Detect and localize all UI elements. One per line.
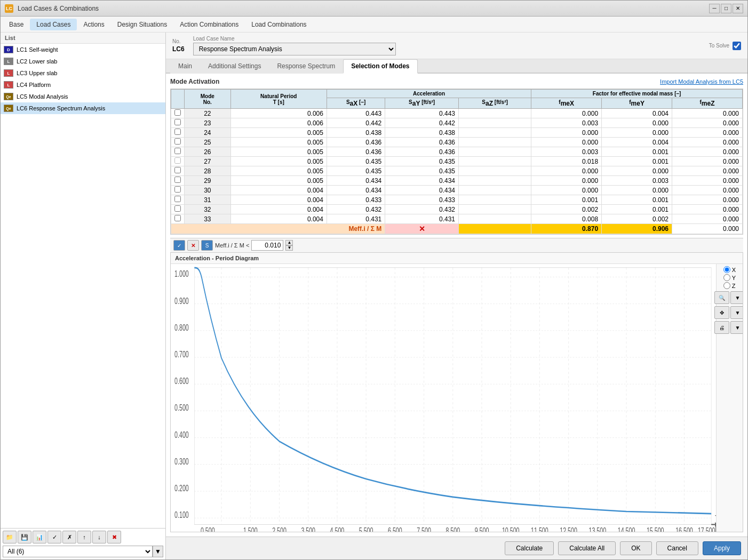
- row-check-7[interactable]: [174, 177, 181, 183]
- apply-button[interactable]: Apply: [703, 541, 741, 555]
- print-button[interactable]: 🖨: [714, 321, 729, 334]
- zoom-button[interactable]: 🔍: [714, 291, 729, 304]
- row-check-10[interactable]: [174, 205, 181, 212]
- filter-apply-button[interactable]: S: [201, 240, 213, 251]
- row-check-5[interactable]: [174, 157, 181, 164]
- lc-item-lc6[interactable]: Qe LC6 Response Spectrum Analysis: [1, 102, 165, 114]
- cell-check-1[interactable]: [171, 118, 185, 128]
- cell-fmex-6: 0.000: [531, 166, 602, 176]
- tab-response-spectrum[interactable]: Response Spectrum: [269, 59, 343, 74]
- chart-title: Acceleration - Period Diagram: [171, 253, 743, 264]
- move-button[interactable]: ✥: [714, 306, 729, 319]
- ok-button[interactable]: OK: [620, 541, 651, 555]
- x-label-15: 1.500: [243, 526, 258, 532]
- cell-saz-7: [458, 176, 531, 186]
- delete-button[interactable]: ✖: [107, 531, 121, 543]
- import-link[interactable]: Import Modal Analysis from LC5: [660, 78, 743, 85]
- load-case-name-select[interactable]: Response Spectrum Analysis: [193, 43, 396, 55]
- cell-check-6[interactable]: [171, 166, 185, 176]
- cell-check-5[interactable]: [171, 157, 185, 166]
- filter-clear-button[interactable]: ✕: [187, 240, 199, 251]
- minimize-button[interactable]: ─: [709, 4, 720, 13]
- lc-item-lc2[interactable]: L LC2 Lower slab: [1, 55, 165, 67]
- section-title: Mode Activation: [170, 78, 219, 85]
- lc-item-lc5[interactable]: Qe LC5 Modal Analysis: [1, 91, 165, 102]
- menu-design-situations[interactable]: Design Situations: [111, 19, 173, 30]
- row-check-6[interactable]: [174, 167, 181, 173]
- row-check-0[interactable]: [174, 109, 181, 116]
- cancel-button[interactable]: Cancel: [656, 541, 698, 555]
- row-check-4[interactable]: [174, 148, 181, 154]
- move-up-button[interactable]: ↑: [77, 531, 91, 543]
- cell-check-4[interactable]: [171, 147, 185, 157]
- no-value: LC6: [172, 45, 185, 53]
- window-title: Load Cases & Combinations: [18, 5, 709, 12]
- filter-value-input[interactable]: [251, 240, 283, 251]
- row-check-9[interactable]: [174, 196, 181, 202]
- lc-filter-select[interactable]: All (6): [3, 546, 153, 557]
- calculate-all-button[interactable]: Calculate All: [558, 541, 616, 555]
- zoom-dropdown-button[interactable]: ▼: [730, 291, 744, 304]
- cell-check-8[interactable]: [171, 186, 185, 195]
- cell-fmex-2: 0.000: [531, 128, 602, 138]
- cell-check-3[interactable]: [171, 138, 185, 147]
- summary-fmey: 0.906: [652, 225, 669, 233]
- tab-selection-of-modes[interactable]: Selection of Modes: [343, 59, 417, 74]
- cell-fmex-3: 0.000: [531, 138, 602, 147]
- col-header-say: SaY [ft/s²]: [385, 98, 459, 109]
- row-check-1[interactable]: [174, 119, 181, 125]
- radio-y[interactable]: [723, 274, 730, 281]
- menu-action-combinations[interactable]: Action Combinations: [173, 19, 245, 30]
- filter-activate-button[interactable]: ✓: [173, 240, 185, 251]
- spin-down-button[interactable]: ▼: [285, 245, 293, 251]
- close-button[interactable]: ✕: [733, 4, 743, 13]
- move-dropdown-button[interactable]: ▼: [730, 306, 744, 319]
- filter-dropdown-button[interactable]: ▼: [153, 546, 163, 557]
- maximize-button[interactable]: □: [721, 4, 731, 13]
- menu-load-cases[interactable]: Load Cases: [30, 19, 77, 30]
- cell-period-3: 0.005: [230, 138, 327, 147]
- lc-item-lc3[interactable]: L LC3 Upper slab: [1, 67, 165, 79]
- print-dropdown-button[interactable]: ▼: [730, 321, 744, 334]
- radio-z[interactable]: [723, 282, 730, 289]
- check-button[interactable]: ✓: [47, 531, 61, 543]
- cell-period-1: 0.006: [230, 118, 327, 128]
- cell-fmex-0: 0.000: [531, 109, 602, 118]
- cell-check-11[interactable]: [171, 214, 185, 224]
- row-check-3[interactable]: [174, 138, 181, 145]
- save-button[interactable]: 💾: [18, 531, 31, 543]
- cell-check-7[interactable]: [171, 176, 185, 186]
- menu-load-combinations[interactable]: Load Combinations: [245, 19, 313, 30]
- menu-base[interactable]: Base: [3, 19, 30, 30]
- spin-up-button[interactable]: ▲: [285, 240, 293, 245]
- row-check-8[interactable]: [174, 186, 181, 193]
- y-label-900: 0.900: [174, 296, 189, 306]
- section-header: Mode Activation Import Modal Analysis fr…: [170, 78, 743, 85]
- radio-y-label[interactable]: Y: [723, 274, 736, 281]
- uncheck-button[interactable]: ✗: [62, 531, 76, 543]
- row-check-11[interactable]: [174, 215, 181, 221]
- cell-check-2[interactable]: [171, 128, 185, 138]
- chart-button[interactable]: 📊: [33, 531, 46, 543]
- radio-x[interactable]: [723, 266, 730, 273]
- to-solve-checkbox[interactable]: [733, 42, 741, 50]
- move-down-button[interactable]: ↓: [92, 531, 106, 543]
- cell-check-9[interactable]: [171, 195, 185, 205]
- cell-say-2: 0.438: [385, 128, 459, 138]
- new-folder-button[interactable]: 📁: [3, 531, 17, 543]
- cell-saz-4: [458, 147, 531, 157]
- radio-x-label[interactable]: X: [723, 266, 736, 273]
- menu-actions[interactable]: Actions: [77, 19, 110, 30]
- cell-fmex-7: 0.000: [531, 176, 602, 186]
- lc-item-lc4[interactable]: L LC4 Platform: [1, 79, 165, 91]
- cell-saz-0: [458, 109, 531, 118]
- radio-z-label[interactable]: Z: [723, 282, 736, 289]
- row-check-2[interactable]: [174, 129, 181, 135]
- table-row: 22 0.006 0.443 0.443 0.000 0.004 0.000: [171, 109, 743, 118]
- calculate-button[interactable]: Calculate: [505, 541, 554, 555]
- lc-item-lc1[interactable]: D LC1 Self-weight: [1, 44, 165, 55]
- tab-additional-settings[interactable]: Additional Settings: [200, 59, 269, 74]
- cell-check-0[interactable]: [171, 109, 185, 118]
- tab-main[interactable]: Main: [170, 59, 200, 74]
- cell-check-10[interactable]: [171, 205, 185, 214]
